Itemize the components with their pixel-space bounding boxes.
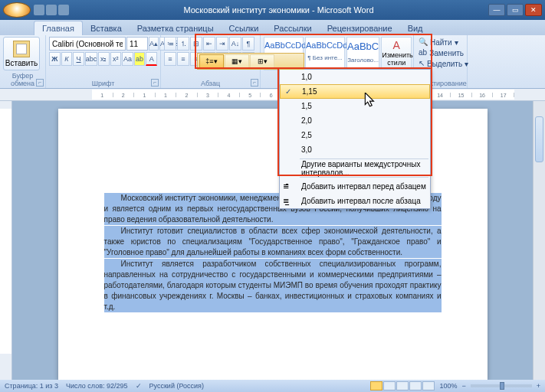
style-preview: AaBbC: [347, 41, 379, 52]
highlight-icon[interactable]: ab: [134, 52, 146, 66]
zoom-slider-thumb[interactable]: [500, 382, 504, 390]
font-dialog-icon[interactable]: ⌐: [151, 79, 159, 87]
superscript-icon[interactable]: x²: [110, 52, 122, 66]
ruler-tick: 15: [451, 93, 472, 97]
status-language[interactable]: Русский (Россия): [149, 382, 204, 390]
view-web-icon[interactable]: [396, 381, 409, 390]
office-button[interactable]: [3, 2, 31, 18]
indent-inc-icon[interactable]: ⇥: [216, 37, 228, 51]
show-marks-icon[interactable]: ¶: [242, 37, 254, 51]
grow-font-icon[interactable]: A▴: [149, 37, 159, 51]
close-button[interactable]: ✕: [525, 4, 542, 16]
tab-review[interactable]: Рецензирование: [320, 21, 400, 35]
scrollbar-thumb[interactable]: [535, 116, 543, 162]
maximize-button[interactable]: ▭: [507, 4, 524, 16]
vertical-scrollbar[interactable]: [533, 101, 545, 380]
view-fullscreen-icon[interactable]: [383, 381, 396, 390]
line-spacing-split-icon[interactable]: ‡≡▾: [199, 54, 224, 68]
zoom-slider[interactable]: [471, 384, 532, 387]
ruler-tick: 5: [240, 93, 261, 97]
space-before-icon: ≡̄: [283, 181, 295, 192]
paragraph-dialog-icon[interactable]: ⌐: [251, 79, 258, 87]
tab-insert[interactable]: Вставка: [83, 21, 130, 35]
paste-label: Вставить: [5, 59, 38, 67]
font-size-combo[interactable]: [126, 37, 148, 51]
borders-split-icon[interactable]: ⊞▾: [250, 54, 274, 68]
status-proofing-icon[interactable]: ✓: [136, 382, 142, 390]
check-icon: ✓: [285, 87, 291, 96]
bold-icon[interactable]: Ж: [49, 52, 61, 66]
status-words[interactable]: Число слов: 92/295: [66, 382, 128, 390]
select-button[interactable]: ↖Выделить ▾: [417, 58, 464, 69]
align-center-icon[interactable]: ≡: [177, 52, 189, 66]
status-page[interactable]: Страница: 1 из 3: [5, 382, 58, 390]
shading-split-icon[interactable]: ▦▾: [225, 54, 249, 68]
zoom-out-icon[interactable]: −: [461, 382, 465, 390]
bullets-icon[interactable]: ≔: [164, 37, 176, 51]
menu-item-spacing-option[interactable]: 2,0: [280, 113, 430, 128]
document-viewport: Московский институт экономики, менеджмен…: [12, 101, 533, 380]
view-outline-icon[interactable]: [409, 381, 422, 390]
menu-item-spacing-option[interactable]: 3,0: [280, 142, 430, 157]
ruler-tick: 1: [156, 93, 177, 97]
indent-dec-icon[interactable]: ⇤: [203, 37, 215, 51]
change-styles-button[interactable]: A Изменить стили: [381, 37, 412, 70]
quick-access-toolbar: [34, 5, 69, 15]
qat-save-icon[interactable]: [34, 5, 44, 15]
menu-item-add-before[interactable]: ≡̄ Добавить интервал перед абзацем: [280, 179, 430, 194]
style-heading1[interactable]: AaBbC Заголово...: [346, 37, 379, 70]
sort-icon[interactable]: A↓: [229, 37, 241, 51]
find-button[interactable]: 🔍Найти ▾: [417, 37, 464, 47]
replace-icon: ab: [419, 48, 427, 57]
paste-button[interactable]: Вставить: [3, 37, 40, 70]
multilevel-icon[interactable]: ⊟: [190, 37, 202, 51]
menu-item-add-after[interactable]: ≡̲ Добавить интервал после абзаца: [280, 194, 430, 208]
font-color-icon[interactable]: A: [146, 52, 157, 66]
ruler-tick: 1: [92, 93, 113, 97]
numbering-icon[interactable]: ⒈: [177, 37, 189, 51]
ruler-tick: 14: [430, 93, 451, 97]
window-title: Московский институт экономики - Microsof…: [69, 5, 488, 15]
qat-redo-icon[interactable]: [58, 5, 69, 15]
tab-layout[interactable]: Разметка страницы: [130, 21, 222, 35]
document-paragraph[interactable]: Институт является разработчиком собствен…: [104, 259, 442, 312]
replace-button[interactable]: abЗаменить: [417, 47, 464, 58]
align-left-icon[interactable]: ≡: [164, 52, 176, 66]
document-paragraph[interactable]: Институт готовит специалистов в области …: [104, 226, 442, 258]
menu-item-other-spacing[interactable]: Другие варианты междустрочных интервалов…: [280, 161, 430, 175]
menu-item-spacing-option[interactable]: 2,5: [280, 128, 430, 142]
menu-item-spacing-option[interactable]: 1,5: [280, 99, 430, 113]
view-print-icon[interactable]: [370, 381, 382, 390]
tab-mailings[interactable]: Рассылки: [266, 21, 319, 35]
zoom-in-icon[interactable]: +: [537, 382, 540, 390]
menu-item-spacing-option[interactable]: 1,0: [280, 70, 430, 84]
qat-undo-icon[interactable]: [46, 5, 57, 15]
clipboard-dialog-icon[interactable]: ⌐: [36, 79, 44, 87]
style-nospacing[interactable]: AaBbCcDd ¶ Без инте...: [305, 37, 345, 70]
font-name-combo[interactable]: [49, 37, 126, 51]
tab-references[interactable]: Ссылки: [222, 21, 267, 35]
vertical-ruler[interactable]: [0, 101, 12, 380]
ruler-tick: 17: [493, 93, 514, 97]
underline-icon[interactable]: Ч: [73, 52, 84, 66]
case-icon[interactable]: Aa: [122, 52, 133, 66]
minimize-button[interactable]: —: [488, 4, 505, 16]
subscript-icon[interactable]: x₂: [98, 52, 110, 66]
change-styles-label: Изменить стили: [382, 51, 413, 67]
zoom-level[interactable]: 100%: [439, 382, 457, 390]
tab-home[interactable]: Главная: [34, 21, 83, 35]
tab-view[interactable]: Вид: [400, 21, 431, 35]
menu-item-spacing-option[interactable]: ✓1,15: [280, 84, 430, 99]
style-label: ¶ Без инте...: [306, 54, 344, 61]
horizontal-ruler[interactable]: 1211234567891011121314151617: [0, 89, 545, 101]
paste-icon: [13, 41, 30, 57]
style-preview: AaBbCcDd: [264, 41, 303, 50]
style-preview: AaBbCcDd: [306, 41, 344, 50]
ruler-tick: 3: [198, 93, 219, 97]
line-spacing-menu: ‡≡▾ ▦▾ ⊞▾ 1,0✓1,151,52,02,53,0 Другие ва…: [279, 69, 431, 209]
group-font-label: Шрифт: [46, 80, 160, 87]
strike-icon[interactable]: abc: [85, 52, 97, 66]
ruler-tick: 2: [176, 93, 198, 97]
italic-icon[interactable]: К: [61, 52, 73, 66]
view-draft-icon[interactable]: [422, 381, 435, 390]
